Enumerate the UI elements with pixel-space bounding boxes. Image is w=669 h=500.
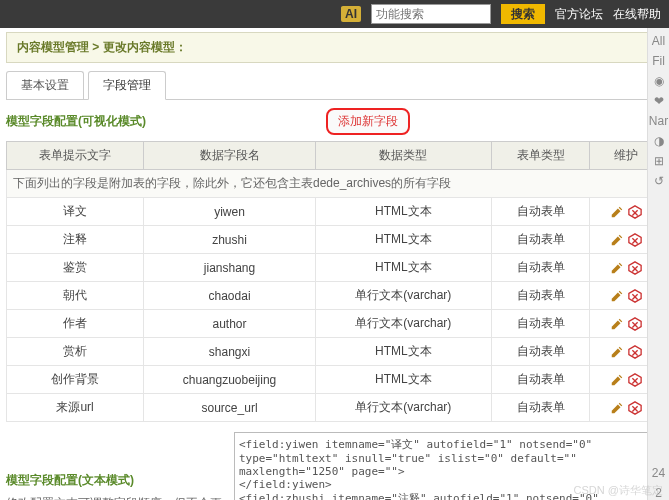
cell-label: 注释 <box>7 226 144 254</box>
textmode-title: 模型字段配置(文本模式) <box>6 472 226 489</box>
cell-name: source_url <box>144 394 316 422</box>
search-button[interactable]: 搜索 <box>501 4 545 24</box>
breadcrumb: 内容模型管理 > 更改内容模型： <box>6 32 663 63</box>
th-type: 数据类型 <box>315 142 491 170</box>
table-row: 译文yiwenHTML文本自动表单 <box>7 198 663 226</box>
cell-label: 赏析 <box>7 338 144 366</box>
top-bar: AI 搜索 官方论坛 在线帮助 <box>0 0 669 28</box>
add-field-button[interactable]: 添加新字段 <box>326 108 410 135</box>
side-toolbar: All Fil ◉ ❤ Nar ◑ ⊞ ↺ 24 2 <box>647 28 669 500</box>
edit-icon[interactable] <box>610 289 624 303</box>
edit-icon[interactable] <box>610 401 624 415</box>
cell-label: 译文 <box>7 198 144 226</box>
delete-icon[interactable] <box>628 317 642 331</box>
cell-name: jianshang <box>144 254 316 282</box>
delete-icon[interactable] <box>628 205 642 219</box>
delete-icon[interactable] <box>628 373 642 387</box>
side-fil[interactable]: Fil <box>652 54 665 68</box>
note-row: 下面列出的字段是附加表的字段，除此外，它还包含主表dede_archives的所… <box>7 170 663 198</box>
side-num1: 24 <box>652 466 665 480</box>
table-row: 来源urlsource_url单行文本(varchar)自动表单 <box>7 394 663 422</box>
cell-form: 自动表单 <box>491 394 589 422</box>
cell-name: zhushi <box>144 226 316 254</box>
cell-name: shangxi <box>144 338 316 366</box>
side-refresh-icon[interactable]: ↺ <box>654 174 664 188</box>
delete-icon[interactable] <box>628 345 642 359</box>
search-input[interactable] <box>371 4 491 24</box>
cell-form: 自动表单 <box>491 226 589 254</box>
tab-basic[interactable]: 基本设置 <box>6 71 84 99</box>
cell-form: 自动表单 <box>491 282 589 310</box>
table-row: 朝代chaodai单行文本(varchar)自动表单 <box>7 282 663 310</box>
cell-form: 自动表单 <box>491 198 589 226</box>
field-table: 表单提示文字 数据字段名 数据类型 表单类型 维护 下面列出的字段是附加表的字段… <box>6 141 663 422</box>
table-row: 赏析shangxiHTML文本自动表单 <box>7 338 663 366</box>
cell-form: 自动表单 <box>491 366 589 394</box>
tabs: 基本设置 字段管理 <box>6 71 663 100</box>
cell-form: 自动表单 <box>491 254 589 282</box>
cell-label: 作者 <box>7 310 144 338</box>
edit-icon[interactable] <box>610 373 624 387</box>
cell-type: HTML文本 <box>315 198 491 226</box>
side-all[interactable]: All <box>652 34 665 48</box>
cell-name: chaodai <box>144 282 316 310</box>
edit-icon[interactable] <box>610 261 624 275</box>
side-dot-icon[interactable]: ◉ <box>654 74 664 88</box>
delete-icon[interactable] <box>628 261 642 275</box>
watermark: CSDN @诗华笔定 <box>574 483 663 498</box>
cell-type: 单行文本(varchar) <box>315 282 491 310</box>
cell-form: 自动表单 <box>491 310 589 338</box>
edit-icon[interactable] <box>610 205 624 219</box>
cell-form: 自动表单 <box>491 338 589 366</box>
th-form: 表单类型 <box>491 142 589 170</box>
ai-badge: AI <box>341 6 361 22</box>
cell-type: HTML文本 <box>315 254 491 282</box>
cell-type: 单行文本(varchar) <box>315 310 491 338</box>
delete-icon[interactable] <box>628 289 642 303</box>
cell-label: 创作背景 <box>7 366 144 394</box>
table-row: 创作背景chuangzuobeijingHTML文本自动表单 <box>7 366 663 394</box>
cell-name: author <box>144 310 316 338</box>
edit-icon[interactable] <box>610 345 624 359</box>
cell-name: chuangzuobeijing <box>144 366 316 394</box>
th-label: 表单提示文字 <box>7 142 144 170</box>
tab-fields[interactable]: 字段管理 <box>88 71 166 100</box>
forum-link[interactable]: 官方论坛 <box>555 6 603 23</box>
side-nar[interactable]: Nar <box>649 114 668 128</box>
edit-icon[interactable] <box>610 233 624 247</box>
section-visual-title: 模型字段配置(可视化模式) <box>6 109 146 134</box>
crumb-b: 更改内容模型： <box>103 40 187 54</box>
side-half-icon[interactable]: ◑ <box>654 134 664 148</box>
side-heart-icon[interactable]: ❤ <box>654 94 664 108</box>
cell-type: HTML文本 <box>315 226 491 254</box>
cell-type: HTML文本 <box>315 366 491 394</box>
side-grid-icon[interactable]: ⊞ <box>654 154 664 168</box>
cell-type: 单行文本(varchar) <box>315 394 491 422</box>
cell-label: 来源url <box>7 394 144 422</box>
cell-label: 鉴赏 <box>7 254 144 282</box>
crumb-a[interactable]: 内容模型管理 <box>17 40 89 54</box>
textmode-desc: 修改配置文本可调整字段顺序，但不会更改字段属性！ <box>6 495 226 500</box>
table-row: 注释zhushiHTML文本自动表单 <box>7 226 663 254</box>
cell-label: 朝代 <box>7 282 144 310</box>
cell-name: yiwen <box>144 198 316 226</box>
delete-icon[interactable] <box>628 401 642 415</box>
table-row: 作者author单行文本(varchar)自动表单 <box>7 310 663 338</box>
cell-type: HTML文本 <box>315 338 491 366</box>
th-name: 数据字段名 <box>144 142 316 170</box>
edit-icon[interactable] <box>610 317 624 331</box>
delete-icon[interactable] <box>628 233 642 247</box>
table-row: 鉴赏jianshangHTML文本自动表单 <box>7 254 663 282</box>
help-link[interactable]: 在线帮助 <box>613 6 661 23</box>
